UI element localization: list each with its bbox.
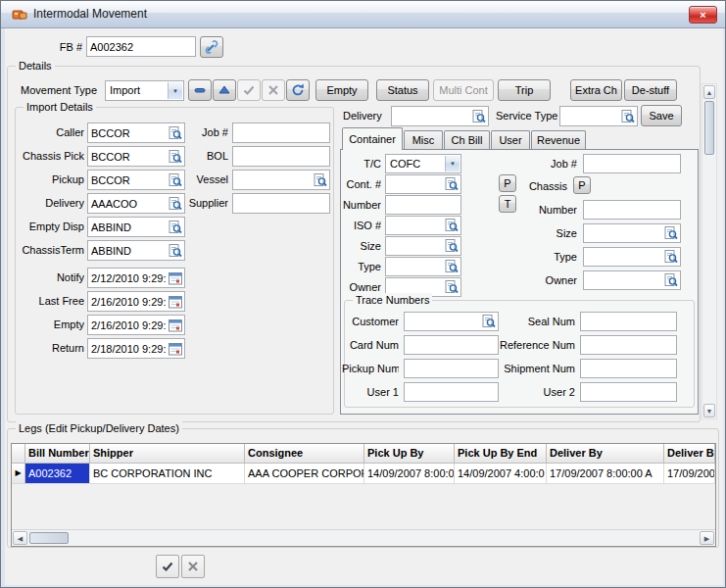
scroll-down-button[interactable]: ▼ (703, 404, 715, 417)
notify-field[interactable] (87, 268, 185, 288)
de-stuff-button[interactable]: De-stuff (624, 79, 677, 101)
cell-pick-up-by-end[interactable]: 14/09/2007 4:00:0 (455, 464, 547, 484)
fb-input[interactable] (87, 37, 195, 56)
legs-confirm-button[interactable] (156, 555, 179, 578)
save-button[interactable]: Save (641, 105, 682, 126)
customer-field[interactable] (404, 312, 499, 331)
lookup-icon[interactable] (444, 238, 460, 254)
scroll-up-button[interactable]: ▲ (703, 85, 715, 99)
pickup-num-input[interactable] (405, 360, 498, 377)
user2-field[interactable] (580, 382, 677, 402)
reference-num-field[interactable] (580, 335, 677, 355)
chassis-number-field[interactable] (583, 200, 681, 220)
delivery-field[interactable] (87, 193, 185, 214)
t-button[interactable]: T (499, 195, 516, 213)
last-free-field[interactable] (87, 291, 185, 312)
lookup-icon[interactable] (444, 218, 460, 233)
chassis-job-input[interactable] (584, 155, 680, 172)
job-number-input[interactable] (233, 123, 329, 142)
lookup-icon[interactable] (313, 172, 328, 188)
tab-misc[interactable]: Misc (404, 130, 443, 149)
seal-num-input[interactable] (581, 313, 676, 330)
confirm-button[interactable] (237, 79, 261, 101)
col-consignee[interactable]: Consignee (245, 444, 364, 464)
chassis-pick-field[interactable] (87, 146, 185, 167)
job-number-field[interactable] (232, 122, 330, 143)
chassis-number-input[interactable] (584, 201, 680, 219)
lookup-icon[interactable] (620, 109, 636, 124)
cell-bill-number[interactable]: A002362 (25, 464, 90, 484)
shipment-num-input[interactable] (581, 360, 676, 377)
chassis-p-button[interactable]: P (573, 176, 591, 194)
legs-cancel-button[interactable] (181, 555, 205, 578)
chassis-type-field[interactable] (583, 247, 681, 267)
tc-select[interactable]: COFC ▼ (385, 154, 461, 173)
lookup-icon[interactable] (168, 196, 183, 212)
tab-ch-bill[interactable]: Ch Bill (444, 130, 490, 149)
bol-input[interactable] (233, 147, 329, 166)
lookup-icon[interactable] (663, 249, 679, 265)
pickup-num-field[interactable] (404, 359, 499, 378)
caller-field[interactable] (87, 122, 185, 143)
extra-ch-button[interactable]: Extra Ch (570, 79, 622, 101)
supplier-field[interactable] (232, 193, 330, 214)
lookup-icon[interactable] (663, 225, 679, 241)
movement-type-select[interactable]: Import ▼ (105, 80, 184, 101)
lookup-icon[interactable] (471, 109, 487, 124)
bar-button[interactable] (188, 79, 212, 101)
chassis-job-field[interactable] (583, 154, 681, 173)
close-button[interactable]: × (689, 6, 717, 24)
supplier-input[interactable] (233, 194, 329, 213)
calendar-icon[interactable] (168, 341, 183, 357)
cell-consignee[interactable]: AAA COOPER CORPOR (245, 464, 364, 484)
details-vertical-scrollbar[interactable]: ▲ ▼ (702, 83, 717, 419)
tab-container[interactable]: Container (342, 127, 403, 150)
tab-revenue[interactable]: Revenue (531, 130, 586, 149)
col-deliver-by[interactable]: Deliver By (547, 444, 664, 464)
vessel-field[interactable] (232, 170, 330, 190)
tab-user[interactable]: User (491, 130, 530, 149)
pickup-field[interactable] (87, 170, 185, 190)
iso-field[interactable] (385, 216, 461, 235)
lookup-icon[interactable] (168, 172, 183, 188)
lookup-icon[interactable] (168, 125, 183, 141)
col-deliver-by-end[interactable]: Deliver By (664, 444, 715, 464)
col-shipper[interactable]: Shipper (90, 444, 245, 464)
scrollbar-thumb[interactable] (704, 101, 714, 155)
cell-pick-up-by[interactable]: 14/09/2007 8:00:0 (364, 464, 455, 484)
multi-cont-button[interactable]: Multi Cont (433, 79, 494, 101)
scroll-right-button[interactable]: ▶ (700, 531, 714, 545)
card-num-input[interactable] (405, 336, 498, 354)
chassis-size-field[interactable] (583, 223, 681, 243)
calendar-icon[interactable] (168, 294, 183, 310)
col-pick-up-by-end[interactable]: Pick Up By End (455, 444, 547, 464)
seal-num-field[interactable] (580, 312, 677, 331)
user2-input[interactable] (581, 383, 676, 401)
empty-disp-field[interactable] (87, 217, 185, 237)
titlebar[interactable]: Intermodal Movement × (1, 1, 725, 28)
lookup-icon[interactable] (168, 220, 183, 235)
number-field[interactable] (385, 195, 461, 215)
col-bill-number[interactable]: Bill Number (25, 444, 90, 464)
fb-link-button[interactable] (200, 36, 223, 58)
lookup-icon[interactable] (663, 272, 679, 288)
empty-date-field[interactable] (87, 315, 185, 335)
fb-field[interactable] (86, 36, 196, 57)
scroll-left-button[interactable]: ◀ (13, 531, 27, 545)
card-num-field[interactable] (404, 335, 499, 355)
service-type-field[interactable] (559, 106, 638, 126)
col-pick-up-by[interactable]: Pick Up By (364, 444, 455, 464)
user1-field[interactable] (404, 382, 499, 402)
refresh-button[interactable] (286, 79, 310, 101)
number-input[interactable] (386, 196, 460, 214)
lookup-icon[interactable] (444, 259, 460, 274)
chassis-term-field[interactable] (87, 240, 185, 261)
user1-input[interactable] (405, 383, 498, 401)
cell-shipper[interactable]: BC CORPORATION INC (90, 464, 245, 484)
lookup-icon[interactable] (444, 279, 460, 295)
chassis-owner-field[interactable] (583, 270, 681, 290)
cancel-button[interactable] (262, 79, 285, 101)
legs-grid-row[interactable]: ▶ A002362 BC CORPORATION INC AAA COOPER … (12, 464, 715, 484)
up-button[interactable] (213, 79, 236, 101)
cell-deliver-by-end[interactable]: 17/09/200 (664, 464, 715, 484)
